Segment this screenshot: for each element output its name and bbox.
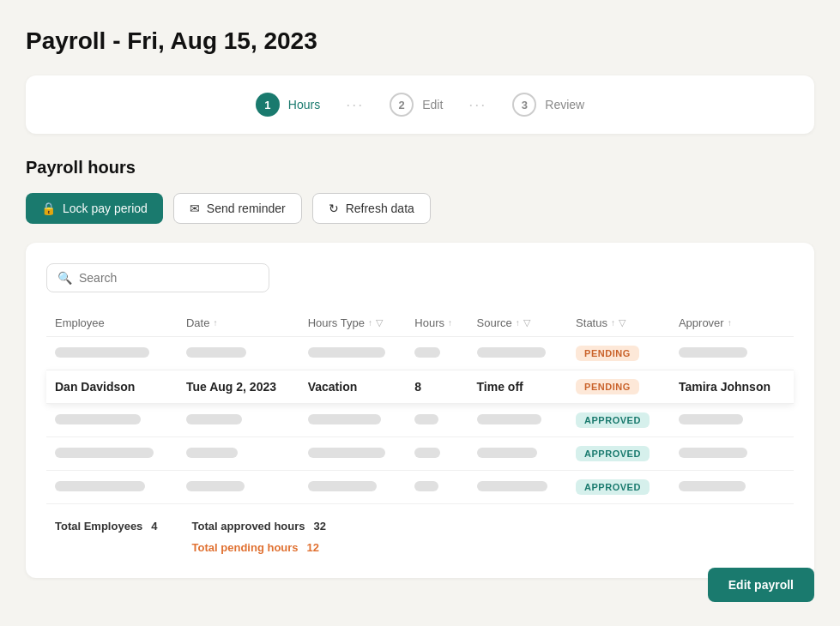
skeleton (679, 481, 746, 491)
reminder-label: Send reminder (207, 202, 286, 215)
total-pending-stat: Total pending hours 12 (192, 541, 326, 554)
skeleton (414, 414, 438, 424)
skeleton (477, 414, 541, 424)
step-3-circle: 3 (512, 93, 536, 117)
status-sort-icon: ↑ (611, 318, 615, 328)
col-date[interactable]: Date ↑ (178, 310, 299, 337)
status-badge-approved: APPROVED (576, 446, 650, 461)
step-1[interactable]: 1 Hours (256, 93, 320, 117)
hours-type-sort-icon: ↑ (368, 318, 372, 328)
table-row: APPROVED (46, 471, 794, 504)
refresh-icon: ↻ (329, 202, 339, 215)
row-hours: 8 (406, 370, 468, 404)
step-3-label: Review (545, 98, 584, 111)
skeleton (55, 347, 149, 358)
col-approver[interactable]: Approver ↑ (670, 310, 794, 337)
table-footer: Total Employees 4 Total approved hours 3… (46, 504, 794, 557)
total-approved-stat: Total approved hours 32 (192, 520, 326, 533)
skeleton (186, 347, 246, 358)
edit-payroll-button[interactable]: Edit payroll (708, 568, 814, 602)
col-hours-type[interactable]: Hours Type ↑ ▽ (299, 310, 407, 337)
step-1-circle: 1 (256, 93, 280, 117)
hours-type-filter-icon: ▽ (376, 317, 383, 328)
search-input[interactable] (79, 271, 258, 285)
status-badge: PENDING (576, 346, 639, 361)
skeleton (308, 448, 385, 458)
total-approved-value: 32 (314, 520, 326, 533)
skeleton (414, 481, 438, 491)
refresh-label: Refresh data (346, 202, 414, 215)
main-card: 🔍 Employee Date ↑ (26, 243, 814, 578)
lock-pay-period-button[interactable]: 🔒 Lock pay period (26, 193, 163, 224)
skeleton (679, 448, 747, 458)
hours-sort-icon: ↑ (448, 318, 452, 328)
search-wrapper[interactable]: 🔍 (46, 263, 269, 292)
lock-icon: 🔒 (41, 202, 56, 215)
skeleton (414, 448, 440, 458)
table-row: APPROVED (46, 404, 794, 437)
send-reminder-button[interactable]: ✉ Send reminder (173, 193, 302, 224)
step-dots-1: ··· (346, 96, 364, 114)
step-2-label: Edit (422, 98, 443, 111)
skeleton (186, 414, 242, 424)
skeleton (679, 414, 743, 424)
skeleton (308, 481, 377, 491)
skeleton (308, 414, 381, 424)
skeleton (186, 481, 245, 491)
source-filter-icon: ▽ (523, 317, 530, 328)
row-hours-type: Vacation (299, 370, 407, 404)
refresh-data-button[interactable]: ↻ Refresh data (312, 193, 431, 224)
skeleton (679, 347, 747, 358)
step-1-label: Hours (288, 98, 320, 111)
status-badge-pending: PENDING (576, 379, 639, 394)
skeleton (55, 448, 154, 458)
row-date: Tue Aug 2, 2023 (178, 370, 299, 404)
total-employees-label: Total Employees (55, 520, 142, 533)
source-sort-icon: ↑ (516, 318, 520, 328)
skeleton (55, 414, 141, 424)
status-badge-approved: APPROVED (576, 412, 650, 428)
table-row: APPROVED (46, 437, 794, 471)
col-hours[interactable]: Hours ↑ (406, 310, 468, 337)
skeleton (55, 481, 145, 491)
skeleton (186, 448, 238, 458)
lock-label: Lock pay period (63, 202, 148, 215)
table-row: PENDING (46, 337, 794, 370)
date-sort-icon: ↑ (213, 318, 217, 328)
total-pending-value: 12 (307, 541, 319, 554)
total-employees-stat: Total Employees 4 (55, 520, 158, 533)
data-table: Employee Date ↑ Hours Type ↑ ▽ (46, 310, 794, 504)
skeleton (477, 347, 546, 358)
status-filter-icon: ▽ (619, 317, 625, 328)
mail-icon: ✉ (190, 202, 200, 215)
page-title: Payroll - Fri, Aug 15, 2023 (26, 27, 814, 55)
total-employees-value: 4 (151, 520, 157, 533)
row-approver: Tamira Johnson (670, 370, 794, 404)
search-icon: 🔍 (57, 271, 72, 285)
total-approved-label: Total approved hours (192, 520, 305, 533)
step-2[interactable]: 2 Edit (390, 93, 443, 117)
section-title: Payroll hours (26, 158, 814, 178)
col-employee[interactable]: Employee (46, 310, 178, 337)
approver-sort-icon: ↑ (728, 318, 732, 328)
step-dots-2: ··· (468, 96, 486, 114)
total-pending-label: Total pending hours (192, 541, 299, 554)
step-3[interactable]: 3 Review (512, 93, 584, 117)
skeleton (477, 448, 537, 458)
skeleton (414, 347, 440, 358)
employee-name: Dan Davidson (46, 370, 178, 404)
stepper: 1 Hours ··· 2 Edit ··· 3 Review (26, 75, 814, 134)
step-2-circle: 2 (390, 93, 414, 117)
status-badge-approved: APPROVED (576, 479, 650, 495)
row-source: Time off (468, 370, 568, 404)
col-source[interactable]: Source ↑ ▽ (468, 310, 568, 337)
skeleton (477, 481, 547, 491)
toolbar: 🔒 Lock pay period ✉ Send reminder ↻ Refr… (26, 193, 814, 224)
skeleton (308, 347, 385, 358)
table-row-highlighted: Dan Davidson Tue Aug 2, 2023 Vacation 8 … (46, 370, 794, 404)
col-status[interactable]: Status ↑ ▽ (567, 310, 670, 337)
